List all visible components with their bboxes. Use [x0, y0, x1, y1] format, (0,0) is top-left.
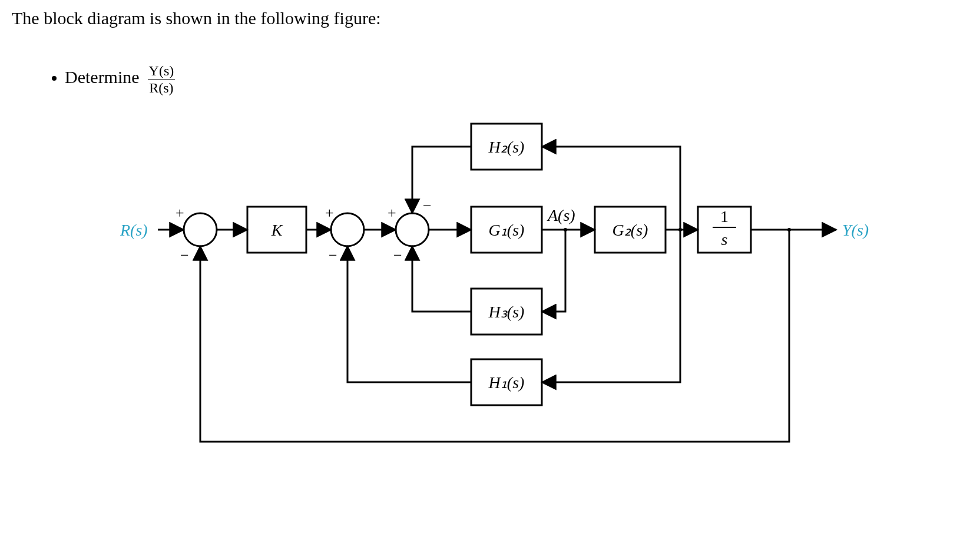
bullet-word: Determine [65, 67, 140, 87]
block-H2-label: H₂(s) [488, 138, 525, 156]
transfer-function-fraction: Y(s) R(s) [148, 64, 176, 95]
summing-junction-3 [396, 213, 429, 246]
output-label: Y(s) [842, 221, 869, 239]
block-G1-label: G₁(s) [489, 221, 525, 239]
summing-junction-1 [184, 213, 217, 246]
sum3-plus-left: + [388, 204, 396, 221]
integrator-num: 1 [720, 207, 729, 226]
fraction-numerator: Y(s) [148, 64, 176, 79]
bullet-dot-icon [52, 76, 57, 81]
wire-H3-to-sum3 [412, 246, 471, 312]
block-G2-label: G₂(s) [612, 221, 648, 239]
sum1-minus: − [180, 247, 189, 264]
sum2-plus: + [325, 204, 334, 221]
node-after-G2 [678, 228, 682, 231]
summing-junction-2 [331, 213, 364, 246]
integrator-den: s [721, 230, 728, 249]
wire-H2-to-sum3 [412, 147, 471, 213]
sum3-minus-bot: − [393, 247, 402, 264]
intro-text: The block diagram is shown in the follow… [12, 8, 381, 28]
block-diagram: K G₁(s) G₂(s) 1 s H₂(s) H₃(s) H₁(s) [0, 106, 980, 518]
wire-A-to-H3 [542, 230, 565, 312]
bullet-item: Determine Y(s) R(s) [52, 61, 175, 92]
block-H3-label: H₃(s) [488, 303, 525, 321]
node-output-tap [787, 228, 791, 231]
node-A [564, 228, 567, 231]
fraction-denominator: R(s) [148, 79, 174, 95]
block-K-label: K [271, 221, 283, 239]
sum2-minus: − [329, 247, 337, 264]
wire-H1-to-sum2 [347, 246, 471, 382]
sum3-minus-top: − [423, 197, 432, 214]
sum1-plus: + [176, 204, 184, 221]
block-H1-label: H₁(s) [488, 373, 525, 392]
input-label: R(s) [120, 221, 148, 239]
wire-unity-feedback [200, 230, 789, 442]
midsignal-label: A(s) [547, 206, 575, 224]
